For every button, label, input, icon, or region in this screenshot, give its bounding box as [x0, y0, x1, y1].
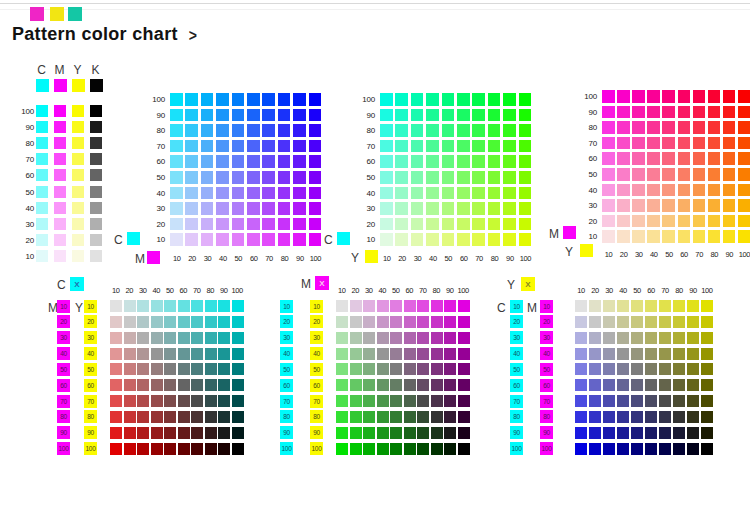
color-cell: [178, 411, 190, 423]
color-cell: [390, 411, 402, 423]
color-cell: [262, 93, 275, 106]
color-cell: [645, 411, 657, 423]
color-cell: [519, 171, 532, 184]
color-cell: [110, 348, 122, 360]
grid-x-tick: 50: [389, 286, 403, 295]
color-cell: [185, 93, 198, 106]
color-cell: [151, 395, 163, 407]
color-cell: [390, 427, 402, 439]
color-cell: [395, 233, 408, 246]
legend-letter-c: C: [324, 233, 333, 247]
color-cell: [205, 443, 217, 455]
color-cell: [185, 218, 198, 231]
color-cell: [72, 121, 84, 133]
color-cell: [488, 218, 501, 231]
chevron-right-icon: >: [189, 25, 197, 43]
row-value-swatch-m: 40: [540, 347, 553, 360]
color-cell: [632, 199, 645, 212]
color-cell: [247, 93, 260, 106]
column-letter-k: K: [89, 63, 102, 77]
row-value-swatch-y: 90: [310, 426, 323, 439]
header-x-swatch: X: [521, 277, 535, 291]
color-cell: [124, 348, 136, 360]
header-letter-c: C: [57, 278, 66, 292]
color-cell: [693, 106, 706, 119]
tint-row-label: 20: [4, 236, 34, 245]
color-cell: [54, 153, 66, 165]
color-cell: [218, 411, 230, 423]
row-value-swatch-c: 100: [510, 442, 523, 455]
color-cell: [205, 363, 217, 375]
row-value-swatch-y: 80: [84, 410, 97, 423]
color-cell: [701, 300, 713, 312]
color-cell: [693, 230, 706, 243]
color-cell: [426, 218, 439, 231]
color-cell: [262, 187, 275, 200]
color-cell: [426, 155, 439, 168]
grid-x-tick: 60: [246, 254, 261, 263]
color-cell: [380, 124, 393, 137]
color-cell: [336, 363, 348, 375]
color-cell: [687, 300, 699, 312]
color-cell: [603, 363, 615, 375]
color-cell: [336, 348, 348, 360]
color-cell: [293, 233, 306, 246]
color-cell: [632, 215, 645, 228]
color-cell: [472, 124, 485, 137]
color-cell: [503, 171, 516, 184]
color-cell: [201, 109, 214, 122]
color-cell: [617, 90, 630, 103]
color-cell: [137, 379, 149, 391]
row-value-swatch-y: 50: [310, 363, 323, 376]
color-cell: [201, 218, 214, 231]
color-cell: [411, 218, 424, 231]
color-cell: [404, 379, 416, 391]
color-cell: [632, 106, 645, 119]
color-cell: [442, 233, 455, 246]
color-cell: [278, 187, 291, 200]
color-cell: [377, 348, 389, 360]
row-value-swatch-c: 80: [280, 410, 293, 423]
color-cell: [205, 427, 217, 439]
grid-x-tick: 40: [376, 286, 390, 295]
color-cell: [170, 109, 183, 122]
color-cell: [151, 363, 163, 375]
color-cell: [417, 316, 429, 328]
color-cell: [708, 168, 721, 181]
color-cell: [363, 332, 375, 344]
color-cell: [124, 395, 136, 407]
color-cell: [191, 411, 203, 423]
legend-m-swatch: [563, 226, 576, 239]
grid-x-tick: 20: [184, 254, 199, 263]
grid-x-tick: 80: [204, 286, 218, 295]
color-cell: [693, 199, 706, 212]
color-cell: [426, 233, 439, 246]
grid-x-tick: 10: [574, 286, 588, 295]
color-cell: [617, 316, 629, 328]
color-cell: [124, 411, 136, 423]
color-cell: [293, 155, 306, 168]
color-cell: [395, 187, 408, 200]
color-cell: [662, 199, 675, 212]
color-cell: [617, 395, 629, 407]
color-cell: [411, 140, 424, 153]
row-value-swatch-c: 70: [510, 395, 523, 408]
color-cell: [395, 171, 408, 184]
thumbnail-square-magenta: [30, 7, 44, 21]
color-cell: [247, 155, 260, 168]
color-cell: [191, 348, 203, 360]
pattern-color-chart-link[interactable]: Pattern color chart >: [12, 24, 197, 45]
color-cell: [617, 215, 630, 228]
color-cell: [232, 348, 244, 360]
grid-x-tick: 30: [136, 286, 150, 295]
grid-x-tick: 10: [379, 254, 394, 263]
color-cell: [662, 106, 675, 119]
grid-x-tick: 10: [335, 286, 349, 295]
grid-x-tick: 70: [692, 250, 707, 259]
color-cell: [363, 348, 375, 360]
color-cell: [185, 140, 198, 153]
color-cell: [617, 411, 629, 423]
color-cell: [363, 395, 375, 407]
color-cell: [201, 202, 214, 215]
color-cell: [738, 199, 750, 212]
